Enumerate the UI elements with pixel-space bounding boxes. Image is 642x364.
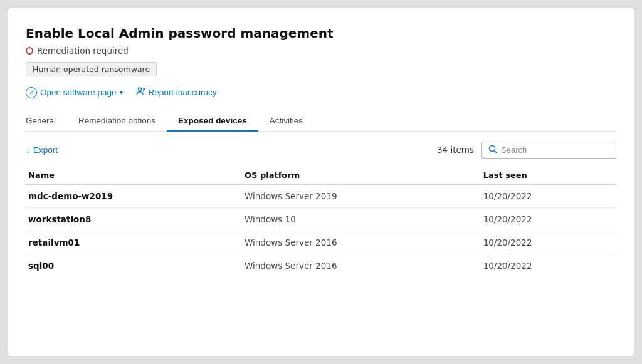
- search-input[interactable]: [501, 145, 609, 155]
- open-software-icon: ↗: [26, 87, 37, 98]
- tab-exposed-devices[interactable]: Exposed devices: [167, 111, 258, 132]
- open-software-button[interactable]: ↗ Open software page ▾: [26, 87, 123, 98]
- devices-table: Name OS platform Last seen mdc-demo-w201…: [26, 166, 616, 277]
- export-button[interactable]: ↓ Export: [26, 145, 58, 155]
- right-controls: 34 items: [437, 142, 616, 159]
- main-window: Enable Local Admin password management R…: [8, 8, 634, 356]
- report-icon: [135, 86, 145, 98]
- svg-line-3: [495, 150, 497, 153]
- cell-name: retailvm01: [26, 231, 238, 254]
- table-row[interactable]: retailvm01 Windows Server 2016 10/20/202…: [26, 231, 616, 254]
- col-name: Name: [26, 166, 238, 185]
- remediation-status: Remediation required: [26, 46, 616, 56]
- report-inaccuracy-label: Report inaccuracy: [149, 88, 217, 97]
- svg-point-0: [138, 88, 141, 91]
- cell-os-platform: Windows Server 2016: [238, 231, 477, 254]
- cell-last-seen: 10/20/2022: [477, 207, 616, 231]
- col-os-platform: OS platform: [238, 166, 477, 185]
- tab-general[interactable]: General: [26, 111, 67, 132]
- open-software-label: Open software page: [40, 88, 117, 97]
- report-inaccuracy-button[interactable]: Report inaccuracy: [135, 86, 217, 98]
- cell-os-platform: Windows Server 2016: [238, 254, 477, 277]
- items-count: 34 items: [437, 145, 474, 155]
- cell-name: sql00: [26, 254, 238, 277]
- tab-remediation[interactable]: Remediation options: [67, 111, 167, 132]
- ransomware-tag: Human operated ransomware: [26, 62, 157, 76]
- cell-name: workstation8: [26, 207, 238, 231]
- tab-activities[interactable]: Activities: [258, 111, 314, 132]
- table-row[interactable]: mdc-demo-w2019 Windows Server 2019 10/20…: [26, 184, 616, 207]
- cell-os-platform: Windows 10: [238, 207, 477, 231]
- chevron-down-icon: ▾: [120, 89, 123, 96]
- search-box: [482, 142, 616, 159]
- export-icon: ↓: [26, 145, 30, 155]
- toolbar: ↗ Open software page ▾ Report inaccuracy: [26, 86, 616, 98]
- cell-os-platform: Windows Server 2019: [238, 184, 477, 207]
- search-icon: [488, 145, 497, 155]
- page-title: Enable Local Admin password management: [26, 26, 616, 41]
- status-label: Remediation required: [37, 46, 129, 56]
- list-controls: ↓ Export 34 items: [26, 142, 616, 159]
- col-last-seen: Last seen: [477, 166, 616, 185]
- cell-name: mdc-demo-w2019: [26, 184, 238, 207]
- table-row[interactable]: sql00 Windows Server 2016 10/20/2022: [26, 254, 616, 277]
- cell-last-seen: 10/20/2022: [477, 184, 616, 207]
- cell-last-seen: 10/20/2022: [477, 231, 616, 254]
- cell-last-seen: 10/20/2022: [477, 254, 616, 277]
- status-dot: [26, 47, 33, 55]
- export-label: Export: [33, 145, 58, 155]
- tab-bar: General Remediation options Exposed devi…: [26, 111, 616, 132]
- table-row[interactable]: workstation8 Windows 10 10/20/2022: [26, 207, 616, 231]
